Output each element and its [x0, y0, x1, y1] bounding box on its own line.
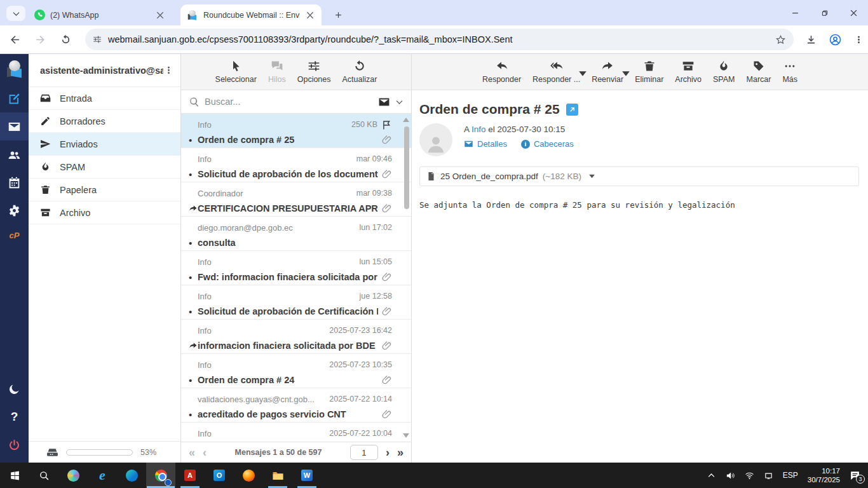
tray-chevron-icon[interactable]	[707, 471, 716, 480]
attachment-name[interactable]: 25 Orden_de_compra.pdf	[440, 172, 538, 181]
tab-whatsapp[interactable]: (2) WhatsApp	[28, 4, 172, 25]
unread-dot: •	[189, 375, 198, 386]
responder-button[interactable]: Responder	[477, 60, 527, 84]
message-row[interactable]: Info mar 09:46 • Solicitud de aprobación…	[181, 148, 411, 182]
file-explorer-icon[interactable]	[263, 463, 292, 488]
acrobat-icon[interactable]: A	[175, 463, 205, 488]
recipient-link[interactable]: Info	[471, 125, 486, 134]
message-row[interactable]: Info 2025-07-23 16:42 informacion finaci…	[181, 320, 411, 354]
message-row[interactable]: Coordinador mar 09:38 CERTIFICACION PRES…	[181, 182, 411, 217]
next-page-button[interactable]: ›	[386, 447, 390, 458]
wifi-icon[interactable]	[745, 471, 754, 480]
copilot-icon[interactable]	[58, 463, 88, 488]
clock[interactable]: 10:17 30/7/2025	[808, 466, 840, 484]
restore-button[interactable]	[810, 0, 839, 25]
browser-tab-strip: (2) WhatsApp Roundcube Webmail :: Enviad…	[0, 0, 868, 25]
reload-button[interactable]	[55, 29, 76, 50]
headers-toggle[interactable]: i Cabeceras	[521, 139, 574, 149]
message-row[interactable]: Info 2025-07-23 10:35 • Orden de compra …	[181, 354, 411, 388]
chrome-icon[interactable]	[146, 463, 175, 488]
message-row[interactable]: Info jue 12:58 • Solicitud de aprobación…	[181, 285, 411, 320]
folder-item-enviados[interactable]: Enviados	[29, 133, 180, 156]
eliminar-button[interactable]: Eliminar	[629, 60, 669, 84]
nav-contacts-button[interactable]	[0, 140, 29, 168]
prev-page-button[interactable]: ‹	[203, 447, 207, 458]
account-menu-icon[interactable]	[163, 65, 174, 76]
marcar-button[interactable]: Marcar	[741, 60, 777, 84]
roundcube-favicon	[187, 10, 198, 20]
internet-explorer-icon[interactable]: e	[88, 463, 117, 488]
close-tab-icon[interactable]	[305, 10, 315, 20]
actualizar-button[interactable]: Actualizar	[337, 60, 383, 84]
opciones-button[interactable]: Opciones	[292, 60, 337, 84]
message-row[interactable]: Info 250 KB • Orden de compra # 25	[181, 114, 411, 148]
attachment-row[interactable]: 25 Orden_de_compra.pdf (~182 KB)	[419, 166, 859, 186]
address-bar[interactable]: webmail.sanjuan.gob.ec/cpsess7001108393/…	[85, 29, 794, 50]
first-page-button[interactable]: «	[189, 447, 195, 458]
spam-button[interactable]: SPAM	[707, 60, 741, 84]
reenviar-button[interactable]: Reenviar	[586, 60, 629, 84]
bookmark-star-icon[interactable]	[775, 34, 786, 45]
message-row[interactable]: Info lun 15:05 • Fwd: informacion finaci…	[181, 251, 411, 285]
whatsapp-icon	[34, 10, 45, 20]
open-in-new-window-icon[interactable]	[566, 104, 578, 116]
attachment-menu-caret-icon[interactable]	[587, 172, 597, 181]
attachment-size: (~182 KB)	[543, 172, 581, 181]
start-button[interactable]	[0, 463, 29, 488]
list-scrollbar[interactable]	[404, 126, 409, 209]
folder-item-borradores[interactable]: Borradores	[29, 110, 180, 133]
folder-item-entrada[interactable]: Entrada	[29, 87, 180, 110]
scroll-down-arrow[interactable]	[403, 433, 409, 438]
paperclip-icon	[382, 375, 392, 385]
close-tab-icon[interactable]	[155, 10, 165, 20]
page-number-input[interactable]	[350, 445, 378, 460]
search-options-chevron-icon[interactable]	[395, 98, 403, 106]
site-info-icon[interactable]	[93, 35, 102, 44]
minimize-button[interactable]	[780, 0, 810, 25]
close-window-button[interactable]	[839, 0, 868, 25]
hilos-button[interactable]: Hilos	[262, 60, 292, 84]
last-page-button[interactable]: »	[397, 447, 403, 458]
seleccionar-button[interactable]: Seleccionar	[210, 60, 262, 84]
folder-item-spam[interactable]: SPAM	[29, 156, 180, 179]
m-s-button[interactable]: Más	[776, 60, 803, 84]
edge-icon[interactable]	[117, 463, 146, 488]
downloads-icon[interactable]	[805, 34, 817, 46]
flag-icon	[381, 119, 392, 130]
new-tab-button[interactable]	[330, 7, 346, 22]
nav-compose-button[interactable]	[0, 85, 29, 112]
scroll-up-arrow[interactable]	[403, 118, 409, 122]
search-icon	[189, 97, 200, 107]
tab-roundcube[interactable]: Roundcube Webmail :: Enviados	[180, 4, 322, 25]
forward-button[interactable]	[29, 29, 51, 50]
word-icon[interactable]: W	[292, 463, 322, 488]
search-input[interactable]	[205, 97, 373, 107]
volume-icon[interactable]	[726, 471, 735, 480]
details-toggle[interactable]: Detalles	[464, 139, 507, 149]
archivo-button[interactable]: Archivo	[669, 60, 707, 84]
logout-icon[interactable]	[0, 431, 29, 459]
back-button[interactable]	[4, 29, 25, 50]
message-row[interactable]: validaciones.guayas@cnt.gob... 2025-07-2…	[181, 388, 411, 423]
profile-icon[interactable]	[829, 33, 842, 46]
tab-list-chevron[interactable]	[6, 6, 25, 21]
help-icon[interactable]: ?	[0, 403, 29, 431]
search-scope-icon[interactable]	[378, 96, 390, 108]
folder-item-archivo[interactable]: Archivo	[29, 201, 180, 224]
taskbar-search-button[interactable]	[29, 463, 58, 488]
folder-item-papelera[interactable]: Papelera	[29, 179, 180, 201]
nav-mail-button[interactable]	[0, 112, 29, 140]
message-row[interactable]: diego.moran@dpe.gob.ec lun 17:02 • consu…	[181, 217, 411, 251]
nav-calendar-button[interactable]	[0, 168, 29, 196]
notification-center-icon[interactable]: 3	[850, 470, 860, 481]
browser-menu-icon[interactable]	[853, 34, 864, 45]
cpanel-icon[interactable]: cP	[10, 224, 20, 246]
cast-icon[interactable]	[764, 471, 773, 480]
dark-mode-icon[interactable]	[0, 375, 29, 403]
language-indicator[interactable]: ESP	[783, 471, 798, 480]
responder-button[interactable]: Responder ...	[527, 60, 586, 84]
firefox-icon[interactable]	[234, 463, 263, 488]
outlook-icon[interactable]: O	[205, 463, 234, 488]
nav-settings-button[interactable]	[0, 196, 29, 224]
message-row[interactable]: Info 2025-07-22 10:04	[181, 423, 411, 442]
